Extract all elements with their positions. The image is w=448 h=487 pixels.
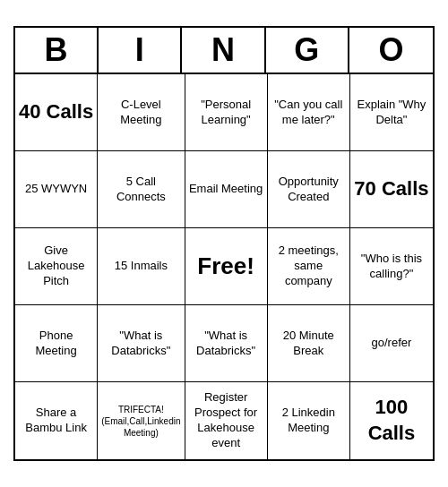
- bingo-header-letter: I: [99, 28, 182, 73]
- bingo-cell: 70 Calls: [350, 151, 433, 228]
- bingo-cell: 15 Inmails: [98, 228, 185, 305]
- bingo-cell: 100 Calls: [350, 382, 433, 459]
- bingo-header: BINGO: [15, 28, 433, 74]
- bingo-cell: 2 Linkedin Meeting: [268, 382, 350, 459]
- bingo-cell: "What is Databricks": [98, 305, 185, 382]
- bingo-cell: Phone Meeting: [15, 305, 98, 382]
- bingo-cell: C-Level Meeting: [98, 74, 185, 151]
- bingo-cell: "Personal Learning": [185, 74, 268, 151]
- bingo-cell: go/refer: [350, 305, 433, 382]
- bingo-card: BINGO 40 CallsC-Level Meeting"Personal L…: [13, 26, 435, 461]
- bingo-header-letter: N: [182, 28, 265, 73]
- bingo-cell: 25 WYWYN: [15, 151, 98, 228]
- bingo-cell: "Who is this calling?": [350, 228, 433, 305]
- bingo-cell: Give Lakehouse Pitch: [15, 228, 98, 305]
- bingo-cell: "Can you call me later?": [268, 74, 350, 151]
- bingo-cell: Email Meeting: [185, 151, 268, 228]
- bingo-cell: Free!: [185, 228, 268, 305]
- bingo-header-letter: O: [349, 28, 433, 73]
- bingo-cell: Share a Bambu Link: [15, 382, 98, 459]
- bingo-cell: 2 meetings, same company: [268, 228, 350, 305]
- bingo-header-letter: B: [15, 28, 99, 73]
- bingo-cell: Opportunity Created: [268, 151, 350, 228]
- bingo-cell: 20 Minute Break: [268, 305, 350, 382]
- bingo-header-letter: G: [266, 28, 349, 73]
- bingo-cell: Explain "Why Delta": [350, 74, 433, 151]
- bingo-cell: 5 Call Connects: [98, 151, 185, 228]
- bingo-grid: 40 CallsC-Level Meeting"Personal Learnin…: [15, 74, 433, 459]
- bingo-cell: "What is Databricks": [185, 305, 268, 382]
- bingo-cell: Register Prospect for Lakehouse event: [185, 382, 268, 459]
- bingo-cell: TRIFECTA! (Email,Call,Linkedin Meeting): [98, 382, 185, 459]
- bingo-cell: 40 Calls: [15, 74, 98, 151]
